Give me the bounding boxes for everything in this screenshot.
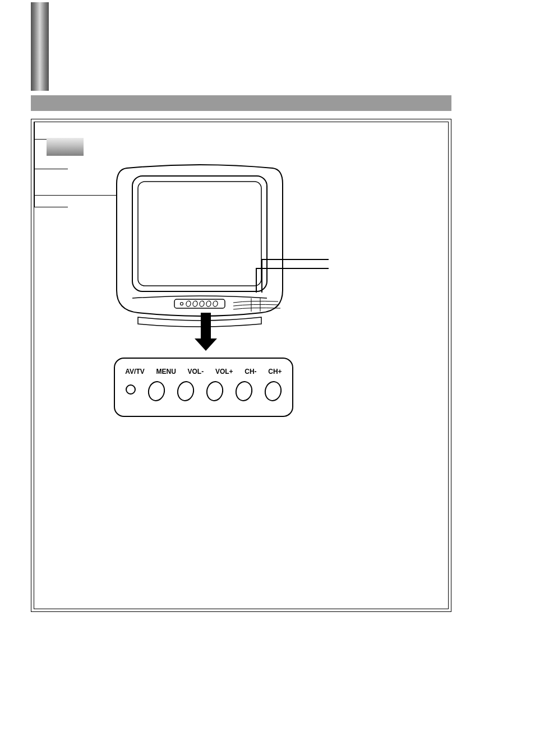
label-menu: MENU (156, 368, 176, 375)
callout-leader-lower (256, 268, 329, 293)
button-menu[interactable] (146, 379, 167, 402)
arrow-down-head (195, 338, 217, 351)
label-ch-plus: CH+ (268, 368, 282, 375)
header-band (31, 95, 451, 111)
label-vol-minus: VOL- (188, 368, 204, 375)
leader-ch-h (34, 207, 68, 207)
button-av-tv[interactable] (126, 384, 136, 395)
figure-panel-inner: AV/TV MENU VOL- VOL+ CH- CH+ (34, 122, 449, 609)
leader-menu-v (34, 140, 35, 169)
arrow-down-stem (201, 313, 211, 340)
label-ch-minus: CH- (245, 368, 256, 375)
leader-menu-h (34, 169, 68, 169)
button-ch-plus[interactable] (263, 379, 284, 402)
svg-rect-1 (138, 182, 261, 286)
button-vol-plus[interactable] (205, 379, 225, 402)
tv-svg (110, 161, 289, 330)
front-control-panel: AV/TV MENU VOL- VOL+ CH- CH+ (114, 358, 293, 417)
manual-page: AV/TV MENU VOL- VOL+ CH- CH+ (0, 0, 535, 756)
figure-panel-outer: AV/TV MENU VOL- VOL+ CH- CH+ (31, 119, 451, 612)
label-vol-plus: VOL+ (215, 368, 233, 375)
leader-avtv-v (34, 122, 35, 139)
button-vol-minus[interactable] (176, 379, 196, 402)
button-ch-minus[interactable] (234, 379, 255, 402)
leader-ch-v (34, 196, 35, 207)
label-av-tv: AV/TV (125, 368, 144, 375)
section-bar (31, 2, 49, 91)
control-labels-row: AV/TV MENU VOL- VOL+ CH- CH+ (115, 368, 292, 375)
figure-label-box (47, 138, 84, 156)
leader-vol-v (34, 169, 35, 195)
tv-illustration (110, 161, 289, 330)
control-buttons-row (115, 381, 292, 401)
